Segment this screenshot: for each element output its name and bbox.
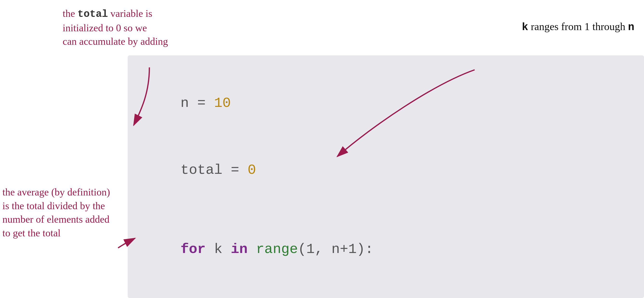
k-code-ref: k: [522, 21, 528, 33]
code-line-n: n = 10: [147, 70, 625, 137]
bl-line4: to get the total: [2, 228, 60, 239]
code-n-value: 10: [214, 95, 231, 111]
bl-line2: is the total divided by the: [2, 200, 105, 211]
code-line-total: total = 0: [147, 137, 625, 204]
code-range-func: range: [256, 242, 298, 257]
gap1: [147, 204, 625, 216]
annotation-line3: can accumulate by adding: [63, 36, 168, 47]
code-total-var: total: [180, 162, 231, 178]
bl-line3: number of elements added: [2, 214, 110, 225]
code-line-accumulate: total = total + k: [147, 283, 625, 298]
annotation-line1: the total variable is: [63, 8, 152, 19]
annotation-top-left: the total variable is initialized to 0 s…: [63, 7, 168, 48]
bl-line1: the average (by definition): [2, 187, 110, 198]
n-code-ref: n: [628, 21, 634, 33]
annotation-top-right: k ranges from 1 through n: [522, 19, 634, 35]
annotation-top-right-text: ranges from 1 through: [528, 21, 628, 32]
code-block: n = 10 total = 0 for k in range(1, n+1):…: [128, 55, 644, 298]
code-for-keyword: for: [180, 242, 206, 257]
code-total-value: 0: [248, 162, 256, 178]
annotation-bottom-left: the average (by definition) is the total…: [2, 185, 110, 240]
annotation-line2: initialized to 0 so we: [63, 22, 147, 33]
code-n-var: n: [180, 95, 197, 111]
total-code-ref: total: [78, 8, 108, 20]
code-line-for: for k in range(1, n+1):: [147, 216, 625, 283]
code-in-keyword: in: [231, 242, 248, 257]
